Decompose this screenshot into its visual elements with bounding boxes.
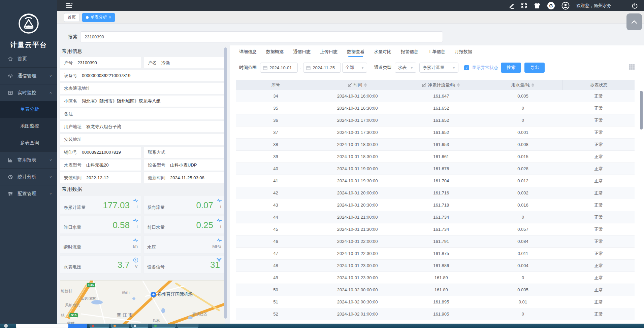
panel-tab[interactable]: 数据查看 (347, 45, 364, 58)
date-to-input[interactable]: 2024-11-25 (303, 63, 341, 73)
cell-time: 2024-10-01 19:00:00 (316, 166, 399, 171)
os-taskbar[interactable] (0, 324, 644, 328)
table-row[interactable]: 45 2024-10-01 21:30:00 161.734 0.057 正常 (236, 223, 635, 235)
table-row[interactable]: 38 2024-10-01 18:00:00 161.653 0.008 正常 (236, 139, 635, 151)
table-scrollbar-thumb[interactable] (640, 91, 643, 130)
language-icon[interactable]: G (547, 2, 555, 9)
cell-status: 正常 (563, 130, 635, 136)
sidebar-item-home[interactable]: 首页 (0, 50, 57, 67)
taskbar-app-1[interactable] (90, 324, 109, 328)
search-button[interactable]: 搜索 (501, 63, 521, 73)
table-row[interactable]: 47 2024-10-01 22:30:00 161.875 0.011 正常 (236, 248, 635, 260)
interval-select[interactable]: 全部 ▼ (342, 63, 367, 73)
column-settings-icon[interactable] (629, 64, 635, 71)
sidebar-subitem[interactable]: 单表分析 (0, 101, 57, 118)
stat-icon (217, 218, 222, 224)
logo: 计量云平台 (0, 0, 57, 50)
theme-icon[interactable] (534, 3, 541, 9)
stat-icon (217, 198, 222, 205)
cell-total: 161.89 (399, 287, 483, 292)
sidebar-item-realtime[interactable]: 实时监控 ˄ (0, 84, 57, 101)
panel-tab[interactable]: 数据概览 (266, 45, 284, 58)
sort-icons[interactable] (364, 83, 367, 87)
taskbar-app-3[interactable] (131, 324, 148, 328)
sidebar-toggle-icon[interactable] (66, 3, 73, 8)
info-field: 安装时间 2022-12-12 (60, 172, 141, 183)
sidebar-item-communication[interactable]: 通信管理 ˅ (0, 67, 57, 84)
cell-status: 正常 (563, 287, 635, 293)
table-row[interactable]: 39 2024-10-01 18:30:00 161.661 0.015 正常 (236, 151, 635, 163)
power-icon[interactable] (632, 2, 638, 9)
edit-icon[interactable] (509, 3, 515, 9)
panel-tab[interactable]: 通信日志 (293, 45, 311, 58)
table-row[interactable]: 51 2024-10-02 00:30:00 161.895 0.01 正常 (236, 296, 635, 308)
table-row[interactable]: 48 2024-10-01 23:00:00 161.886 0.004 正常 (236, 260, 635, 272)
left-panel-scrollbar[interactable] (224, 46, 227, 327)
table-row[interactable]: 41 2024-10-01 19:30:00 161.704 0.012 正常 (236, 175, 635, 187)
chevron-up-icon: ˄ (50, 91, 52, 95)
table-row[interactable]: 43 2024-10-01 20:30:00 161.718 0.016 正常 (236, 199, 635, 211)
panel-tab[interactable]: 上传日志 (320, 45, 337, 58)
field-value: 00000000392210007819 (82, 73, 131, 78)
export-button[interactable]: 导出 (524, 63, 545, 73)
sidebar-subitem[interactable]: 多表查询 (0, 135, 57, 151)
sidebar-subitem[interactable]: 地图监控 (0, 118, 57, 135)
close-icon[interactable]: × (109, 15, 111, 20)
calendar-icon (306, 66, 311, 70)
taskbar-search[interactable] (16, 324, 68, 328)
sort-icons[interactable] (457, 83, 460, 87)
panel-tab[interactable]: 报警信息 (401, 45, 418, 58)
edit-column-icon (348, 83, 352, 87)
edit-column-icon (422, 83, 426, 87)
cell-total: 161.89 (399, 275, 483, 280)
table-row[interactable]: 36 2024-10-01 17:00:00 161.652 0 正常 (236, 114, 635, 126)
table-row[interactable]: 46 2024-10-01 22:00:00 161.791 0.084 正常 (236, 235, 635, 248)
table-row[interactable]: 49 2024-10-01 23:30:00 161.89 0 正常 (236, 272, 635, 284)
cell-total: 161.652 (399, 130, 483, 135)
avatar[interactable] (561, 2, 570, 10)
table-row[interactable]: 52 2024-10-02 01:00:00 161.905 0 正常 (236, 308, 635, 320)
table-row[interactable]: 37 2024-10-01 17:30:00 161.652 0.001 正常 (236, 126, 635, 139)
stat-unit: V (135, 264, 138, 269)
info-field: 安装地址 (60, 134, 225, 145)
panel-tab[interactable]: 详细信息 (239, 45, 257, 58)
sidebar-item-statistics[interactable]: 统计分析 ˅ (0, 168, 57, 185)
scrollbar-thumb[interactable] (224, 47, 227, 319)
taskbar-app-5[interactable] (178, 324, 198, 328)
taskbar-app-4[interactable] (152, 324, 175, 328)
table-row[interactable]: 50 2024-10-02 00:00:00 161.89 0.005 正常 (236, 284, 635, 296)
table-row[interactable]: 42 2024-10-01 20:00:00 161.716 0.002 正常 (236, 187, 635, 199)
tag-home[interactable]: 首页 (64, 13, 79, 22)
channel-select[interactable]: 水表 ▼ (395, 63, 416, 73)
cell-usage: 0.005 (483, 94, 563, 99)
taskbar-search-button[interactable] (68, 324, 87, 328)
panel-tab[interactable]: 水量对比 (374, 45, 391, 58)
sidebar-item-config[interactable]: 配置管理 ˅ (0, 185, 57, 202)
panel-tab[interactable]: 月报数据 (455, 45, 472, 58)
start-button[interactable] (4, 324, 8, 328)
table-row[interactable]: 34 2024-10-01 16:00:00 161.647 0.005 正常 (236, 90, 635, 102)
header-total[interactable]: 净累计流量/吨 (399, 80, 483, 90)
sidebar-item-reports[interactable]: 常用报表 ˅ (0, 151, 57, 168)
search-input[interactable] (80, 31, 443, 42)
field-value: 双龙寺八组台子湾 (86, 124, 121, 130)
airport-marker[interactable]: ✈ 泉州晋江国际机场 (151, 291, 193, 297)
table-row[interactable]: 44 2024-10-01 21:00:00 161.734 0 正常 (236, 211, 635, 223)
cell-usage: 0 (483, 312, 563, 317)
back-to-top-button[interactable] (626, 13, 642, 30)
header-usage[interactable]: 用水量/吨 (483, 80, 563, 90)
sort-icons[interactable] (532, 83, 534, 87)
table-row[interactable]: 35 2024-10-01 16:30:00 161.652 0 正常 (236, 102, 635, 114)
meter-info-panel: 常用信息 户号 23100390 户名 冷新 设备号 0000000039221… (60, 45, 225, 328)
taskbar-app-2[interactable] (111, 324, 129, 328)
metric-select[interactable]: 净累计流量 ▼ (419, 63, 458, 73)
map[interactable]: 塘新村 田园张林 崎山 风炉后坑 镇 晋江市 后林 杏坂社区 霞村 G15 G1… (60, 280, 225, 327)
cell-seq: 51 (236, 299, 316, 304)
date-from-input[interactable]: 2024-10-01 (260, 63, 298, 73)
header-time[interactable]: 时间 (316, 80, 399, 90)
table-row[interactable]: 40 2024-10-01 19:00:00 161.676 0.028 正常 (236, 163, 635, 175)
fullscreen-icon[interactable] (521, 3, 527, 8)
panel-tab[interactable]: 工单信息 (428, 45, 445, 58)
abnormal-checkbox[interactable]: ✓ (464, 65, 469, 70)
tag-active[interactable]: 单表分析 × (82, 13, 115, 22)
